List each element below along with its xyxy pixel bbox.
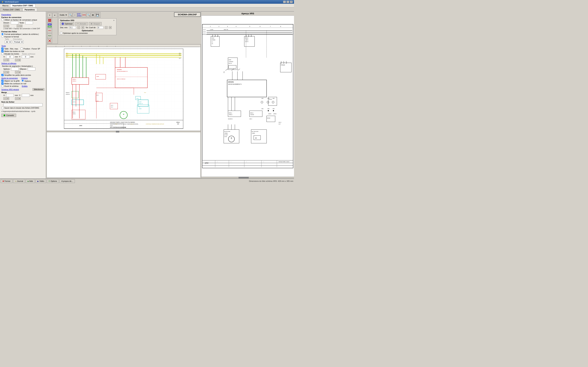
dessin-input[interactable]: 100 bbox=[11, 21, 18, 24]
y-plus[interactable]: + bbox=[18, 58, 21, 61]
xm-minus[interactable]: - bbox=[3, 97, 6, 100]
ouvrir-checkbox[interactable] bbox=[1, 85, 4, 87]
orientation-select[interactable]: Portrait bbox=[13, 41, 24, 43]
tool-btn-dxf-dwg[interactable]: DXF DWG bbox=[47, 23, 52, 28]
zoom-in-icon[interactable]: 🔍 bbox=[68, 13, 72, 17]
options-link[interactable]: Options bbox=[21, 77, 28, 79]
ellipses-plus[interactable]: + bbox=[18, 71, 21, 74]
svg-text:209SL1: 209SL1 bbox=[228, 112, 232, 114]
xrs-icon[interactable]: XRS bbox=[82, 13, 86, 17]
entites-link[interactable]: Entités bbox=[22, 85, 27, 87]
simplifier-checkbox[interactable] bbox=[1, 74, 4, 76]
tool-btn-red-x[interactable] bbox=[47, 38, 52, 43]
video-btn[interactable]: ▶ Vidéo bbox=[35, 179, 46, 183]
selectionner-btn[interactable]: Sélectionner bbox=[33, 88, 44, 91]
x-minus[interactable]: - bbox=[3, 58, 6, 61]
sub-tab-parametres[interactable]: Paramètres bbox=[22, 8, 37, 11]
svg-rect-198 bbox=[267, 116, 275, 122]
tool-btn-xrs[interactable]: XRS bbox=[47, 28, 52, 33]
convert-icon bbox=[4, 115, 5, 116]
menu-tab-importation[interactable]: Importation DXF / DWG bbox=[10, 4, 35, 7]
splines-input[interactable]: 24 bbox=[11, 67, 19, 70]
optimiser-btn[interactable]: O Optimiser bbox=[60, 22, 74, 25]
svg-text:6: 6 bbox=[260, 26, 260, 27]
texte-input[interactable]: 50 bbox=[25, 21, 33, 24]
sub-tab-fichiers[interactable]: Fichiers DXF / DWG bbox=[1, 8, 22, 11]
x-input[interactable] bbox=[6, 55, 14, 58]
format-auto-radio[interactable] bbox=[1, 33, 4, 35]
aligner-checkbox[interactable] bbox=[1, 80, 4, 82]
svg-text:L1/100: L1/100 bbox=[210, 29, 213, 30]
mm-label2: mm bbox=[30, 56, 34, 58]
mettre-contours-checkbox[interactable] bbox=[1, 83, 4, 85]
mettre-textes-checkbox[interactable] bbox=[1, 50, 4, 52]
tol-plus[interactable]: + bbox=[109, 26, 112, 29]
tool-btn-grid[interactable] bbox=[47, 18, 52, 23]
tool-btn-dropdown[interactable]: ▼ bbox=[52, 13, 57, 18]
journal-btn[interactable]: ⇒ Journal bbox=[13, 179, 25, 183]
arrow-icon[interactable]: ↔ bbox=[73, 13, 77, 17]
ellipses-minus[interactable]: - bbox=[15, 71, 18, 74]
tol-coef-input[interactable] bbox=[97, 26, 104, 29]
splines-nb-label: Splines: bbox=[3, 68, 10, 70]
annuler-btn[interactable]: Annuler bbox=[75, 22, 88, 25]
ym-plus[interactable]: + bbox=[18, 97, 21, 100]
dist-minus[interactable]: - bbox=[78, 26, 80, 29]
y-minus[interactable]: - bbox=[15, 58, 18, 61]
dxf-icon[interactable]: DXFDWG bbox=[77, 13, 81, 17]
dessin-plus[interactable]: + bbox=[7, 25, 9, 27]
maximize-button[interactable]: □ bbox=[286, 1, 289, 3]
magnify-icon[interactable]: 🔍 bbox=[86, 13, 91, 17]
svg-text:Client:: Client: bbox=[110, 125, 113, 126]
convertir-btn[interactable]: Convertir bbox=[1, 114, 16, 117]
ellipses-label: Ellipses: bbox=[20, 68, 27, 70]
taille-select[interactable]: A4 bbox=[5, 41, 12, 43]
ym-minus[interactable]: - bbox=[15, 97, 18, 100]
outils-dropdown[interactable]: Outils ▼ 🔍 ↔ DXFDWG XRS 🔍 ⊞ 💾 bbox=[59, 12, 101, 18]
apres-link[interactable]: Après la conversion bbox=[1, 77, 18, 79]
opt-apres-checkbox[interactable] bbox=[60, 32, 62, 34]
save-icon[interactable]: 💾 bbox=[95, 13, 99, 17]
tol-minus[interactable]: - bbox=[105, 26, 108, 29]
tool-btn-xls[interactable]: XLS bbox=[47, 33, 52, 38]
options-radio[interactable] bbox=[22, 80, 24, 82]
dimensions-info: Dimensions du folio schéma XRS: 428 mm x… bbox=[249, 180, 293, 182]
dist-plus[interactable]: + bbox=[81, 26, 84, 29]
facteur-unique-checkbox[interactable] bbox=[1, 19, 4, 21]
xrs-scrollbar[interactable] bbox=[201, 177, 294, 178]
minimize-button[interactable]: ─ bbox=[283, 1, 286, 3]
taille-res-checkbox[interactable] bbox=[1, 48, 4, 50]
decaler-checkbox[interactable] bbox=[1, 53, 4, 55]
imposer-radio[interactable] bbox=[1, 35, 4, 38]
texte-minus[interactable]: - bbox=[17, 25, 19, 27]
parametres-link[interactable]: Paramètres bbox=[1, 14, 44, 16]
texte-plus[interactable]: + bbox=[20, 25, 22, 27]
texte-link[interactable]: Texte bbox=[1, 45, 44, 47]
ellipses-input[interactable]: 24 bbox=[28, 67, 35, 70]
schema-xrs-link[interactable]: Schéma XRS généré bbox=[1, 89, 19, 91]
svg-text:RTR070-8: RTR070-8 bbox=[66, 94, 70, 95]
xm-plus[interactable]: + bbox=[7, 97, 9, 100]
splines-plus[interactable]: + bbox=[7, 71, 9, 74]
aide-btn[interactable]: ■ Aide bbox=[26, 179, 35, 183]
sauver-checkbox[interactable] bbox=[1, 107, 4, 109]
splines-minus[interactable]: - bbox=[3, 71, 6, 74]
x-marge-input[interactable]: 4 bbox=[6, 94, 14, 97]
apropos-btn[interactable]: A propos de... bbox=[60, 179, 75, 183]
fermer-btn[interactable]: ■ Fermer bbox=[1, 179, 12, 183]
svg-point-169 bbox=[272, 101, 274, 103]
options-btn[interactable]: © Options bbox=[47, 179, 59, 183]
x-plus[interactable]: + bbox=[7, 58, 9, 61]
grid-icon[interactable]: ⊞ bbox=[91, 13, 95, 17]
tool-btn-t[interactable]: T bbox=[47, 13, 52, 18]
menu-macros[interactable]: Macros bbox=[1, 4, 10, 7]
position-sp-checkbox[interactable] bbox=[21, 48, 23, 50]
close-button[interactable]: ✕ bbox=[290, 1, 293, 3]
y-input[interactable] bbox=[22, 55, 29, 58]
dist-min-input[interactable] bbox=[69, 26, 76, 29]
stopper-btn[interactable]: Stopper bbox=[89, 22, 102, 25]
nom-fichier-input[interactable]: Schéma importation DXF-DWG bbox=[3, 103, 43, 106]
y-marge-input[interactable]: 4 bbox=[22, 94, 29, 97]
splines-link[interactable]: Splines et ellipses bbox=[1, 62, 44, 64]
dessin-minus[interactable]: - bbox=[3, 25, 6, 27]
